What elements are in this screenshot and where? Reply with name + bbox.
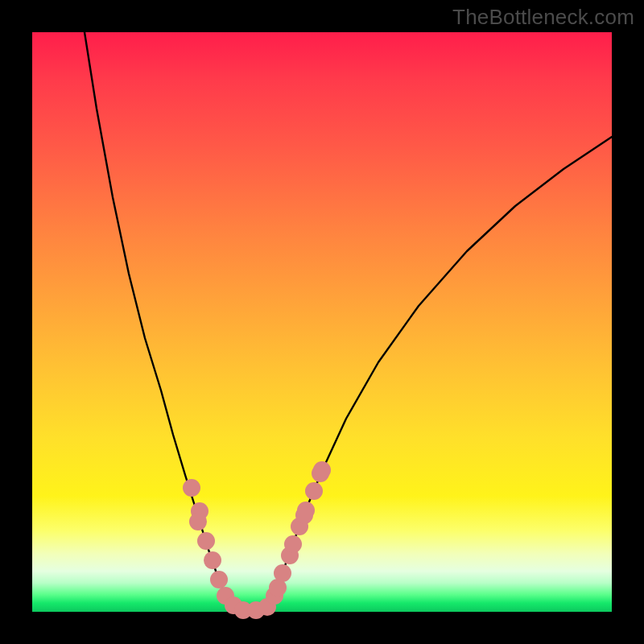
bead-point — [210, 571, 228, 588]
bead-cluster — [183, 461, 331, 619]
bead-point — [274, 564, 291, 582]
bead-point — [305, 482, 323, 500]
bead-point — [197, 532, 215, 550]
bead-point — [204, 551, 221, 569]
curve-path — [85, 32, 612, 612]
bead-point — [295, 506, 313, 524]
chart-frame: TheBottleneck.com — [0, 0, 644, 644]
watermark-text: TheBottleneck.com — [452, 5, 634, 30]
chart-svg — [32, 32, 612, 612]
bead-point — [284, 535, 302, 553]
bottleneck-curve — [85, 32, 612, 612]
bead-point — [183, 479, 200, 497]
bead-point — [313, 461, 331, 479]
bead-point — [189, 513, 207, 530]
